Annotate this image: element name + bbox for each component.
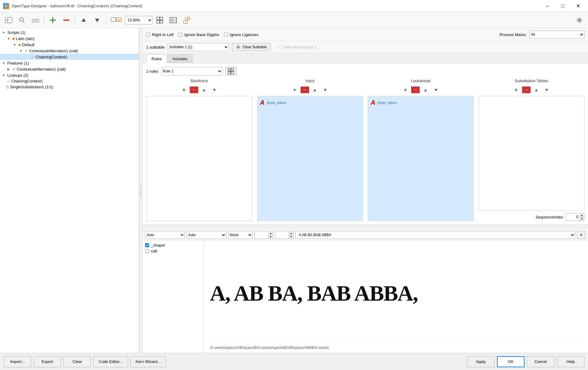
seq-index-group: SequenceIndex 0 ▲ ▼ xyxy=(479,211,585,221)
help-button[interactable]: Help xyxy=(557,356,584,367)
num1-down[interactable]: ▼ xyxy=(268,235,273,239)
seq-index-input[interactable]: 0 xyxy=(566,213,579,221)
lookahead-add-btn[interactable]: + xyxy=(401,86,410,94)
tree-single-substitution[interactable]: S SingleSubstitution1 (1/1) xyxy=(0,84,139,90)
tree-chaining-context[interactable]: → ChainingContext1 xyxy=(0,54,139,60)
seq-index-spin[interactable]: 0 ▲ ▼ xyxy=(566,213,584,221)
seq-index-down[interactable]: ▼ xyxy=(579,217,584,221)
search-btn[interactable] xyxy=(16,14,28,26)
close-button[interactable]: ✕ xyxy=(571,1,585,11)
substitution-remove-btn[interactable]: − xyxy=(522,86,531,93)
num2-down[interactable]: ▼ xyxy=(289,235,294,239)
add-btn[interactable] xyxy=(47,14,59,26)
process-marks-select[interactable]: All None xyxy=(529,31,584,38)
auto-script-select[interactable]: Auto xyxy=(145,231,185,239)
rule-grid-btn[interactable] xyxy=(225,67,236,75)
substitution-add-btn[interactable]: + xyxy=(512,86,521,94)
auto-lang-select[interactable]: Auto xyxy=(187,231,226,239)
backtrack-header: Backtrack xyxy=(146,79,252,83)
preview-text-select[interactable]: A AB BA BAB ABBA xyxy=(295,231,575,239)
clear-subtable-btn[interactable]: Clear Subtable xyxy=(232,43,271,51)
right-to-left-checkbox[interactable] xyxy=(146,33,150,37)
maximize-button[interactable]: □ xyxy=(556,1,570,11)
tree-lookups[interactable]: ▼ Lookups (2) xyxy=(0,72,139,78)
input-list[interactable]: A @latn_letters xyxy=(257,96,363,221)
lookahead-up-btn[interactable]: ▲ xyxy=(421,86,430,94)
tab-includes[interactable]: Includes xyxy=(167,54,192,63)
cancel-button[interactable]: Cancel xyxy=(527,356,554,367)
drag-handle[interactable]: · · · · · · · · · · · · · xyxy=(143,225,588,230)
ignore-base-checkbox[interactable] xyxy=(178,33,182,37)
tab-rules[interactable]: Rules xyxy=(146,54,167,63)
num1-up[interactable]: ▲ xyxy=(268,231,273,235)
preview-add-btn[interactable]: + xyxy=(577,231,586,239)
tree-features[interactable]: ▼ Features (1) xyxy=(0,60,139,66)
substitution-down-btn[interactable]: ▼ xyxy=(542,86,551,94)
edit-view-btn[interactable] xyxy=(181,14,193,26)
backtrack-add-btn[interactable]: + xyxy=(179,86,188,94)
zoom-select[interactable]: 15.00% xyxy=(125,16,152,24)
table-view-btn[interactable] xyxy=(167,14,179,26)
export-button[interactable]: Export xyxy=(34,356,61,367)
tree-scripts[interactable]: ▼ Scripts (1) xyxy=(0,29,139,35)
tree-default[interactable]: ▼ ■ Default xyxy=(0,42,139,48)
substitution-header: Substitution Tables xyxy=(479,79,585,83)
tree-icon-chaining: → xyxy=(31,55,35,59)
import-button[interactable]: Import... xyxy=(4,356,31,367)
panel-divider[interactable] xyxy=(139,28,143,353)
code-editor-button[interactable]: Code Editor... xyxy=(93,356,128,367)
lookahead-list[interactable]: A @latn_letters xyxy=(368,96,474,221)
single-substitution-label: SingleSubstitution1 (1/1) xyxy=(10,85,53,89)
subtable-select[interactable]: Subtable 1 (1) xyxy=(168,43,229,51)
backtrack-column: Backtrack + − ▲ ▼ xyxy=(146,79,252,221)
grid-view-btn[interactable] xyxy=(154,14,166,26)
tree-features-contextual[interactable]: ▶ ✓ ContextualAlternates1 (calt) xyxy=(0,66,139,72)
tree-contextual-alt[interactable]: ▼ ✓ ContextualAlternates1 (calt) xyxy=(0,48,139,54)
calt-checkbox[interactable] xyxy=(145,249,149,253)
backtrack-up-btn[interactable]: ▲ xyxy=(199,86,209,94)
num1-input[interactable]: 1 xyxy=(254,231,268,239)
bottom-area: · · · · · · · · · · · · · Auto Auto None… xyxy=(143,225,588,353)
lookahead-glyph-A: A xyxy=(371,99,375,107)
backtrack-remove-btn[interactable]: − xyxy=(190,86,198,93)
features-toggle: ▼ xyxy=(1,60,6,65)
ok-button[interactable]: OK xyxy=(497,356,524,367)
move-down-btn[interactable] xyxy=(91,14,103,26)
num2-spin[interactable]: 32 ▲ ▼ xyxy=(275,231,294,239)
lookahead-remove-btn[interactable]: − xyxy=(411,86,420,93)
input-up-btn[interactable]: ▲ xyxy=(310,86,320,94)
seq-index-up[interactable]: ▲ xyxy=(579,213,584,217)
apply-button[interactable]: Apply xyxy=(467,356,495,367)
pair-pos-checkbox[interactable] xyxy=(279,45,283,49)
backtrack-down-btn[interactable]: ▼ xyxy=(210,86,219,94)
input-header: Input xyxy=(257,79,363,83)
kern-wizard-button[interactable]: Kern Wizard... xyxy=(130,356,166,367)
minimize-button[interactable]: – xyxy=(540,1,554,11)
num2-input[interactable]: 32 xyxy=(275,231,289,239)
lookups-toggle: ▼ xyxy=(1,73,6,78)
latin-toggle: ▼ xyxy=(6,36,11,41)
view-mode-btn[interactable]: ▼ xyxy=(108,14,124,26)
num1-spin[interactable]: 1 ▲ ▼ xyxy=(254,231,273,239)
tree-latin[interactable]: ▼ ■ Latin (latn) xyxy=(0,35,139,42)
scripts-icon-btn[interactable]: F xyxy=(2,14,15,26)
toolbar: F xyxy=(0,12,588,28)
substitution-list[interactable] xyxy=(479,96,585,211)
none-select[interactable]: None xyxy=(228,231,253,239)
remove-btn[interactable] xyxy=(60,14,72,26)
settings-btn[interactable] xyxy=(573,14,586,26)
rule-select[interactable]: Rule 1 xyxy=(161,67,222,75)
substitution-up-btn[interactable]: ▲ xyxy=(532,86,541,94)
ignore-ligatures-checkbox[interactable] xyxy=(224,33,228,37)
binoculars-btn[interactable] xyxy=(29,14,42,26)
input-down-btn[interactable]: ▼ xyxy=(321,86,330,94)
num2-up[interactable]: ▲ xyxy=(289,231,294,235)
input-add-btn[interactable]: + xyxy=(290,86,299,94)
input-remove-btn[interactable]: − xyxy=(301,86,309,93)
shaper-checkbox[interactable] xyxy=(145,243,149,247)
tree-lookups-chaining[interactable]: → ChainingContext1 xyxy=(0,78,139,84)
move-up-btn[interactable] xyxy=(78,14,90,26)
backtrack-list[interactable] xyxy=(146,96,252,221)
clear-button[interactable]: Clear xyxy=(64,356,91,367)
lookahead-down-btn[interactable]: ▼ xyxy=(431,86,440,94)
